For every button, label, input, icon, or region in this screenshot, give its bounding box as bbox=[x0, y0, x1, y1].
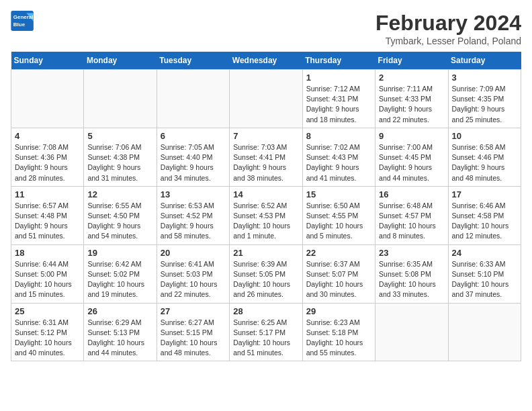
logo: General Blue bbox=[11, 11, 35, 31]
calendar-cell: 10Sunrise: 6:58 AM Sunset: 4:46 PM Dayli… bbox=[448, 128, 521, 186]
calendar-cell: 12Sunrise: 6:55 AM Sunset: 4:50 PM Dayli… bbox=[84, 186, 157, 244]
day-info: Sunrise: 6:23 AM Sunset: 5:18 PM Dayligh… bbox=[306, 318, 371, 359]
weekday-header: Saturday bbox=[448, 52, 521, 70]
calendar-cell: 17Sunrise: 6:46 AM Sunset: 4:58 PM Dayli… bbox=[448, 186, 521, 244]
svg-text:General: General bbox=[13, 14, 34, 20]
day-info: Sunrise: 6:55 AM Sunset: 4:50 PM Dayligh… bbox=[87, 201, 152, 242]
day-number: 25 bbox=[15, 306, 80, 316]
weekday-header: Thursday bbox=[302, 52, 375, 70]
day-info: Sunrise: 6:48 AM Sunset: 4:57 PM Dayligh… bbox=[379, 201, 444, 242]
day-number: 29 bbox=[306, 306, 371, 316]
day-info: Sunrise: 6:53 AM Sunset: 4:52 PM Dayligh… bbox=[161, 201, 226, 242]
calendar-cell: 5Sunrise: 7:06 AM Sunset: 4:38 PM Daylig… bbox=[84, 128, 157, 186]
day-info: Sunrise: 6:58 AM Sunset: 4:46 PM Dayligh… bbox=[452, 142, 517, 183]
calendar-cell: 16Sunrise: 6:48 AM Sunset: 4:57 PM Dayli… bbox=[375, 186, 448, 244]
day-info: Sunrise: 7:08 AM Sunset: 4:36 PM Dayligh… bbox=[15, 142, 80, 183]
calendar-cell: 22Sunrise: 6:37 AM Sunset: 5:07 PM Dayli… bbox=[302, 244, 375, 303]
calendar-cell: 8Sunrise: 7:02 AM Sunset: 4:43 PM Daylig… bbox=[302, 128, 375, 186]
calendar-week-row: 25Sunrise: 6:31 AM Sunset: 5:12 PM Dayli… bbox=[11, 303, 521, 361]
day-info: Sunrise: 6:42 AM Sunset: 5:02 PM Dayligh… bbox=[87, 259, 152, 300]
calendar-cell: 27Sunrise: 6:27 AM Sunset: 5:15 PM Dayli… bbox=[157, 303, 229, 361]
month-title: February 2024 bbox=[375, 11, 521, 36]
day-info: Sunrise: 6:50 AM Sunset: 4:55 PM Dayligh… bbox=[306, 201, 371, 242]
subtitle: Tymbark, Lesser Poland, Poland bbox=[375, 36, 521, 46]
day-number: 5 bbox=[87, 131, 152, 141]
day-info: Sunrise: 6:39 AM Sunset: 5:05 PM Dayligh… bbox=[233, 259, 298, 300]
day-info: Sunrise: 7:05 AM Sunset: 4:40 PM Dayligh… bbox=[161, 142, 226, 183]
day-number: 13 bbox=[161, 189, 226, 199]
day-number: 18 bbox=[15, 248, 80, 258]
day-number: 15 bbox=[306, 189, 371, 199]
calendar-cell: 3Sunrise: 7:09 AM Sunset: 4:35 PM Daylig… bbox=[448, 70, 521, 128]
title-area: February 2024 Tymbark, Lesser Poland, Po… bbox=[375, 11, 521, 46]
day-number: 9 bbox=[379, 131, 444, 141]
day-info: Sunrise: 7:06 AM Sunset: 4:38 PM Dayligh… bbox=[87, 142, 152, 183]
day-info: Sunrise: 7:03 AM Sunset: 4:41 PM Dayligh… bbox=[233, 142, 298, 183]
day-info: Sunrise: 6:41 AM Sunset: 5:03 PM Dayligh… bbox=[161, 259, 226, 300]
day-info: Sunrise: 6:37 AM Sunset: 5:07 PM Dayligh… bbox=[306, 259, 371, 300]
calendar-cell: 23Sunrise: 6:35 AM Sunset: 5:08 PM Dayli… bbox=[375, 244, 448, 303]
day-number: 2 bbox=[379, 73, 444, 83]
day-number: 20 bbox=[161, 248, 226, 258]
weekday-header: Tuesday bbox=[157, 52, 229, 70]
day-info: Sunrise: 7:02 AM Sunset: 4:43 PM Dayligh… bbox=[306, 142, 371, 183]
day-info: Sunrise: 7:09 AM Sunset: 4:35 PM Dayligh… bbox=[452, 84, 517, 125]
calendar-cell: 7Sunrise: 7:03 AM Sunset: 4:41 PM Daylig… bbox=[230, 128, 302, 186]
weekday-header: Wednesday bbox=[230, 52, 302, 70]
day-number: 10 bbox=[452, 131, 517, 141]
day-info: Sunrise: 6:27 AM Sunset: 5:15 PM Dayligh… bbox=[161, 318, 226, 359]
day-number: 28 bbox=[233, 306, 298, 316]
day-number: 6 bbox=[161, 131, 226, 141]
calendar-cell: 2Sunrise: 7:11 AM Sunset: 4:33 PM Daylig… bbox=[375, 70, 448, 128]
calendar-cell: 11Sunrise: 6:57 AM Sunset: 4:48 PM Dayli… bbox=[11, 186, 84, 244]
weekday-header-row: SundayMondayTuesdayWednesdayThursdayFrid… bbox=[11, 52, 521, 70]
calendar-cell: 6Sunrise: 7:05 AM Sunset: 4:40 PM Daylig… bbox=[157, 128, 229, 186]
day-info: Sunrise: 7:00 AM Sunset: 4:45 PM Dayligh… bbox=[379, 142, 444, 183]
calendar-cell bbox=[11, 70, 84, 128]
calendar-cell: 19Sunrise: 6:42 AM Sunset: 5:02 PM Dayli… bbox=[84, 244, 157, 303]
day-number: 3 bbox=[452, 73, 517, 83]
day-info: Sunrise: 6:35 AM Sunset: 5:08 PM Dayligh… bbox=[379, 259, 444, 300]
weekday-header: Friday bbox=[375, 52, 448, 70]
calendar-cell: 26Sunrise: 6:29 AM Sunset: 5:13 PM Dayli… bbox=[84, 303, 157, 361]
calendar-cell bbox=[84, 70, 157, 128]
day-number: 14 bbox=[233, 189, 298, 199]
svg-text:Blue: Blue bbox=[13, 21, 26, 28]
day-number: 23 bbox=[379, 248, 444, 258]
day-info: Sunrise: 6:57 AM Sunset: 4:48 PM Dayligh… bbox=[15, 201, 80, 242]
calendar-header: SundayMondayTuesdayWednesdayThursdayFrid… bbox=[11, 52, 521, 70]
day-number: 21 bbox=[233, 248, 298, 258]
calendar-cell: 20Sunrise: 6:41 AM Sunset: 5:03 PM Dayli… bbox=[157, 244, 229, 303]
calendar-cell bbox=[157, 70, 229, 128]
day-number: 27 bbox=[161, 306, 226, 316]
day-info: Sunrise: 6:52 AM Sunset: 4:53 PM Dayligh… bbox=[233, 201, 298, 242]
calendar-week-row: 1Sunrise: 7:12 AM Sunset: 4:31 PM Daylig… bbox=[11, 70, 521, 128]
day-number: 19 bbox=[87, 248, 152, 258]
day-number: 24 bbox=[452, 248, 517, 258]
calendar-cell bbox=[375, 303, 448, 361]
logo-icon: General Blue bbox=[11, 11, 35, 31]
day-number: 22 bbox=[306, 248, 371, 258]
calendar-cell: 24Sunrise: 6:33 AM Sunset: 5:10 PM Dayli… bbox=[448, 244, 521, 303]
calendar-cell: 4Sunrise: 7:08 AM Sunset: 4:36 PM Daylig… bbox=[11, 128, 84, 186]
day-info: Sunrise: 6:29 AM Sunset: 5:13 PM Dayligh… bbox=[87, 318, 152, 359]
calendar-cell: 18Sunrise: 6:44 AM Sunset: 5:00 PM Dayli… bbox=[11, 244, 84, 303]
day-number: 7 bbox=[233, 131, 298, 141]
calendar-cell bbox=[448, 303, 521, 361]
weekday-header: Sunday bbox=[11, 52, 84, 70]
day-info: Sunrise: 6:46 AM Sunset: 4:58 PM Dayligh… bbox=[452, 201, 517, 242]
calendar-week-row: 4Sunrise: 7:08 AM Sunset: 4:36 PM Daylig… bbox=[11, 128, 521, 186]
calendar-cell: 28Sunrise: 6:25 AM Sunset: 5:17 PM Dayli… bbox=[230, 303, 302, 361]
calendar-cell: 29Sunrise: 6:23 AM Sunset: 5:18 PM Dayli… bbox=[302, 303, 375, 361]
day-number: 1 bbox=[306, 73, 371, 83]
day-info: Sunrise: 6:44 AM Sunset: 5:00 PM Dayligh… bbox=[15, 259, 80, 300]
day-info: Sunrise: 6:31 AM Sunset: 5:12 PM Dayligh… bbox=[15, 318, 80, 359]
day-number: 16 bbox=[379, 189, 444, 199]
day-number: 26 bbox=[87, 306, 152, 316]
calendar-cell: 14Sunrise: 6:52 AM Sunset: 4:53 PM Dayli… bbox=[230, 186, 302, 244]
weekday-header: Monday bbox=[84, 52, 157, 70]
calendar-week-row: 18Sunrise: 6:44 AM Sunset: 5:00 PM Dayli… bbox=[11, 244, 521, 303]
day-number: 12 bbox=[87, 189, 152, 199]
calendar-body: 1Sunrise: 7:12 AM Sunset: 4:31 PM Daylig… bbox=[11, 70, 521, 361]
day-info: Sunrise: 7:11 AM Sunset: 4:33 PM Dayligh… bbox=[379, 84, 444, 125]
